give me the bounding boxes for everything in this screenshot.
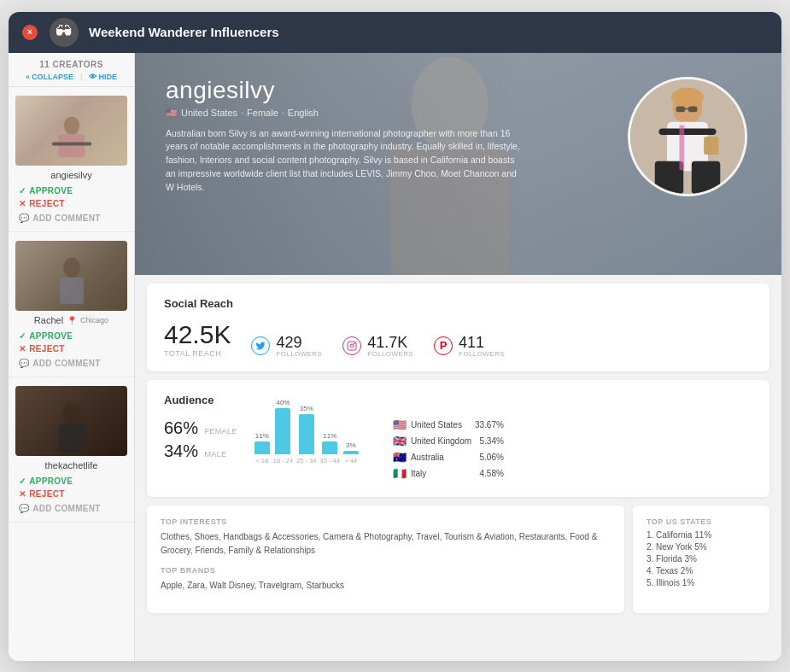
creator-thumb-angiesilvy[interactable] [15, 96, 127, 166]
approve-button-angiesilvy[interactable]: ✓APPROVE [15, 184, 127, 197]
svg-rect-6 [58, 424, 85, 452]
states-list: 1. California 11%2. New York 5%3. Florid… [647, 530, 756, 587]
svg-rect-1 [58, 134, 85, 157]
country-item: United States33.67% [393, 418, 504, 431]
titlebar-title: Weekend Wanderer Influencers [89, 25, 279, 39]
country-item: United Kingdom5.34% [393, 435, 504, 447]
close-button[interactable]: × [22, 25, 38, 40]
creator-thumb-thekachetlife[interactable] [15, 386, 127, 456]
svg-point-5 [62, 404, 81, 425]
titlebar: × 🕶 Weekend Wanderer Influencers [9, 12, 781, 53]
bar-age-label: 25 - 34 [296, 457, 316, 465]
collapse-button[interactable]: « COLLAPSE [26, 73, 73, 81]
svg-rect-16 [676, 106, 686, 112]
profile-username: angiesilvy [166, 77, 524, 104]
country-name: United Kingdom [411, 436, 476, 446]
svg-rect-12 [659, 128, 717, 135]
pinterest-label: FOLLOWERS [459, 350, 505, 358]
comment-button-thekachetlife[interactable]: 💬ADD COMMENT [15, 502, 127, 515]
us-states-title: TOP US STATES [647, 517, 756, 526]
country-flag [393, 418, 407, 431]
creator-card-angiesilvy: angiesilvy ✓APPROVE ✕REJECT 💬ADD COMMENT [9, 87, 134, 232]
gender-block: 66% FEMALE 34% MALE [164, 418, 237, 483]
bar-age-label: < 18 [255, 457, 268, 465]
main-body: 11 CREATORS « COLLAPSE | 👁 HIDE [9, 53, 781, 661]
svg-point-0 [63, 116, 79, 135]
sidebar-count: 11 CREATORS [17, 60, 126, 69]
state-item: 5. Illinois 1% [647, 578, 756, 587]
social-reach-panel: Social Reach 42.5K TOTAL REACH 429 FOLLO… [147, 283, 770, 371]
country-name: Italy [411, 469, 476, 478]
main-content: angiesilvy 🇺🇸 United States · Female · E… [135, 53, 781, 661]
hero-avatar [628, 77, 747, 196]
reject-button-rachel[interactable]: ✕REJECT [15, 342, 127, 355]
female-pct: 66% [164, 418, 198, 437]
creator-card-thekachetlife: thekachetlife ✓APPROVE ✕REJECT 💬ADD COMM… [9, 377, 134, 523]
svg-point-3 [62, 258, 79, 278]
profile-bio: Australian born Silvy is an award-winnin… [166, 127, 524, 195]
bar-group: 40%18 - 24 [273, 399, 293, 465]
country-item: Italy4.58% [393, 467, 504, 480]
total-reach-block: 42.5K TOTAL REACH [164, 322, 231, 358]
bar-pct-label: 40% [276, 399, 290, 406]
twitter-count: 429 [276, 335, 322, 350]
bar-pct-label: 3% [346, 441, 356, 449]
instagram-label: FOLLOWERS [367, 350, 413, 358]
us-states-panel: TOP US STATES 1. California 11%2. New Yo… [633, 505, 770, 613]
svg-rect-20 [679, 125, 684, 170]
country-name: United States [411, 420, 471, 429]
state-item: 4. Texas 2% [647, 566, 756, 576]
state-item: 1. California 11% [647, 530, 756, 540]
bar-rect [255, 441, 270, 454]
audience-title: Audience [164, 394, 752, 406]
svg-rect-21 [348, 342, 356, 350]
creator-name-angiesilvy: angiesilvy [15, 170, 127, 180]
titlebar-avatar: 🕶 [50, 18, 79, 47]
bar-group: 35%25 - 34 [296, 405, 316, 465]
bar-rect [322, 441, 337, 454]
sidebar-controls: « COLLAPSE | 👁 HIDE [17, 73, 126, 81]
bar-rect [275, 408, 290, 454]
country-flag [393, 451, 407, 464]
location-rachel: Chicago [80, 316, 108, 324]
sidebar-header: 11 CREATORS « COLLAPSE | 👁 HIDE [9, 53, 134, 87]
country-pct: 5.06% [480, 453, 504, 462]
approve-button-thekachetlife[interactable]: ✓APPROVE [15, 475, 127, 488]
twitter-label: FOLLOWERS [276, 350, 322, 358]
bar-rect [299, 414, 314, 454]
bar-pct-label: 11% [323, 432, 336, 440]
hero-text: angiesilvy 🇺🇸 United States · Female · E… [166, 77, 524, 195]
hide-button[interactable]: 👁 HIDE [89, 73, 117, 81]
twitter-icon [251, 336, 270, 355]
profile-location: 🇺🇸 United States · Female · English [166, 108, 524, 119]
approve-button-rachel[interactable]: ✓APPROVE [15, 330, 127, 342]
svg-rect-2 [51, 142, 91, 145]
bar-age-label: 35 - 44 [320, 457, 340, 465]
bar-age-label: > 44 [344, 457, 357, 465]
creator-card-rachel: Rachel Chicago ✓APPROVE ✕REJECT 💬ADD COM… [9, 232, 134, 377]
bar-rect [343, 451, 359, 454]
sidebar: 11 CREATORS « COLLAPSE | 👁 HIDE [9, 53, 135, 661]
reject-button-angiesilvy[interactable]: ✕REJECT [15, 197, 127, 210]
svg-point-15 [671, 87, 704, 107]
comment-button-angiesilvy[interactable]: 💬ADD COMMENT [15, 212, 127, 225]
pin-icon-rachel [67, 315, 77, 325]
svg-rect-19 [704, 137, 718, 155]
social-reach-row: 42.5K TOTAL REACH 429 FOLLOWERS [164, 322, 752, 358]
platform-instagram: 41.7K FOLLOWERS [342, 335, 413, 358]
audience-panel: Audience 66% FEMALE 34% MALE [147, 380, 770, 497]
comment-button-rachel[interactable]: 💬ADD COMMENT [15, 357, 127, 370]
pinterest-icon: P [434, 336, 453, 355]
bar-group: 11%35 - 44 [320, 432, 340, 465]
creator-thumb-rachel[interactable] [15, 241, 127, 311]
bar-age-label: 18 - 24 [273, 457, 293, 465]
svg-point-22 [350, 344, 354, 348]
app-window: × 🕶 Weekend Wanderer Influencers 11 CREA… [9, 12, 781, 661]
instagram-count: 41.7K [367, 335, 413, 350]
country-name: Australia [411, 453, 476, 462]
reject-button-thekachetlife[interactable]: ✕REJECT [15, 488, 127, 500]
platform-pinterest: P 411 FOLLOWERS [434, 335, 505, 358]
male-label: MALE [204, 450, 226, 459]
creator-name-rachel: Rachel Chicago [15, 315, 127, 325]
country-item: Australia5.06% [393, 451, 504, 464]
